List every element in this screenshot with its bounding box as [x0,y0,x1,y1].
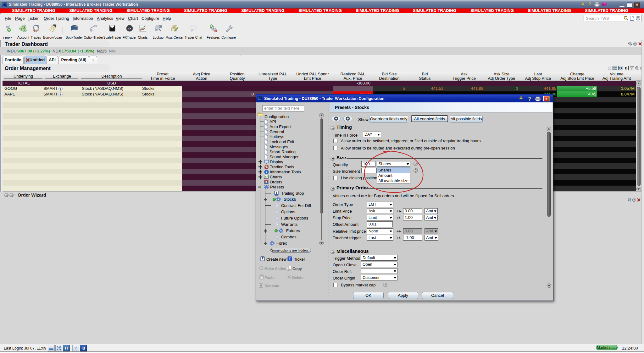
svg-text:D: D [619,66,622,70]
svg-text:?: ? [634,43,636,46]
svg-text:i: i [266,171,267,174]
svg-text:?: ? [633,199,635,202]
svg-text:?: ? [588,1,591,7]
svg-text:B: B [625,66,628,70]
svg-text:?: ? [528,96,531,102]
